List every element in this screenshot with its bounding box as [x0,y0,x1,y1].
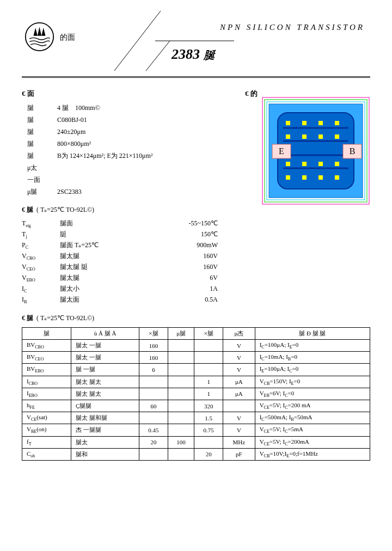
svg-rect-19 [318,162,323,166]
spec-list: 脠4 脠 100mm© 脠C080BJ-01 脠240±20μm 脠800×80… [27,103,245,197]
table-row: ICBO脠太 脠太1μAVCB=150V; IE=0 [22,376,370,388]
die-b-label: B [350,146,356,156]
rating-row: VEBO脠太脠6V [22,273,370,284]
ratings-section: € 脠 ( Tₐ=25℃ TO-92L©) Tstg脠面-55~150℃Tj脡1… [22,205,370,306]
brand-logo-icon [24,22,54,52]
svg-rect-15 [318,134,323,139]
svg-line-1 [114,11,161,71]
svg-rect-18 [302,162,307,166]
table-row: Cob脠和20pFVCB=10V;IE=0;f=1MHz [22,448,370,460]
table-row: IEBO脠太 脠太1μAVEB=6V; IC=0 [22,388,370,400]
rating-row: Tj脡150℃ [22,230,370,241]
electrical-section: € 脠 ( Tₐ=25℃ TO-92L©) 脠ù Å 脠 Å×脠μ脠×脠μ杰脠 … [22,314,370,461]
rating-row: Tstg脠面-55~150℃ [22,219,370,230]
table-header-cell: ù Å 脠 Å [71,328,139,340]
rating-row: IB脠太面0.5A [22,295,370,306]
brand-text: 的面 [60,33,75,42]
spec-row: 脠C080BJ-01 [27,115,245,125]
table-row: BVCEO脠太 一脠160VIC=10mA; IB=0 [22,352,370,364]
svg-line-3 [146,41,170,71]
header-code: 2383 脠 [171,46,215,63]
spec-row: μ太 [27,163,245,173]
svg-rect-14 [302,134,307,139]
svg-rect-13 [286,134,290,139]
table-row: VCE(sat)脠太 脠和脠1.5VIC=500mA; IB=50mA [22,412,370,424]
ratings-title: € 脠 ( Tₐ=25℃ TO-92L©) [22,205,370,215]
svg-rect-11 [318,121,323,125]
svg-rect-10 [302,121,307,125]
rating-row: VCBO脠太脠160V [22,252,370,262]
spec-section-title: € 面 [22,89,245,99]
svg-rect-22 [302,175,307,180]
spec-row: 脠240±20μm [27,127,245,137]
table-row: BVEBO脠 一脠6VIE=100μA; IC=0 [22,364,370,376]
svg-rect-16 [335,134,339,139]
svg-rect-9 [286,121,290,125]
table-row: fT脠太20100MHzVCE=5V; IC=200mA [22,436,370,448]
code-number: 2383 [171,46,200,62]
svg-rect-20 [335,162,339,166]
spec-row: 脠4 脠 100mm© [27,103,245,113]
spec-row: 脠800×800μm² [27,139,245,149]
table-header-cell: μ脠 [168,328,194,340]
svg-rect-23 [318,175,323,180]
table-header-cell: ×脠 [194,328,223,340]
svg-rect-24 [335,175,339,180]
spec-row: μ脠2SC2383 [27,187,245,197]
table-header-cell: 脠 [22,328,71,340]
electrical-title: € 脠 ( Tₐ=25℃ TO-92L©) [22,314,370,323]
header-title: NPN SILICON TRANSISTOR [220,23,365,32]
rating-row: PC脠面 Tₐ=25℃900mW [22,241,370,252]
svg-rect-21 [286,175,290,180]
die-diagram-icon: E B [261,96,370,205]
header-rule [22,76,370,78]
rating-row: IC脠太小1A [22,284,370,295]
table-header-cell: ×脠 [139,328,168,340]
table-row: VBE(on)杰 一脠脠0.450.75VVCE=5V; IC=5mA [22,424,370,436]
spec-row: 脠B为 124×124μm²; E为 221×110μm² [27,151,245,161]
electrical-table: 脠ù Å 脠 Å×脠μ脠×脠μ杰脠 Ð 脠 脠 BVCBO脠太 一脠160VIC… [22,327,370,461]
spec-row: 一面 [27,175,245,185]
header: 的面 NPN SILICON TRANSISTOR 2383 脠 [22,16,370,76]
code-suffix: 脠 [204,49,215,61]
table-row: hFEÇ脠脠60320VCE=5V; IC=200 mA [22,400,370,412]
svg-rect-12 [335,121,339,125]
svg-rect-17 [286,162,290,166]
table-header-cell: 脠 Ð 脠 脠 [255,328,370,340]
table-row: BVCBO脠太 一脠160VIC=100μA; IE=0 [22,340,370,352]
die-e-label: E [279,146,284,156]
table-header-cell: μ杰 [223,328,255,340]
rating-row: VCEO脠太脠 脡160V [22,262,370,273]
header-divider-icon [93,11,234,76]
